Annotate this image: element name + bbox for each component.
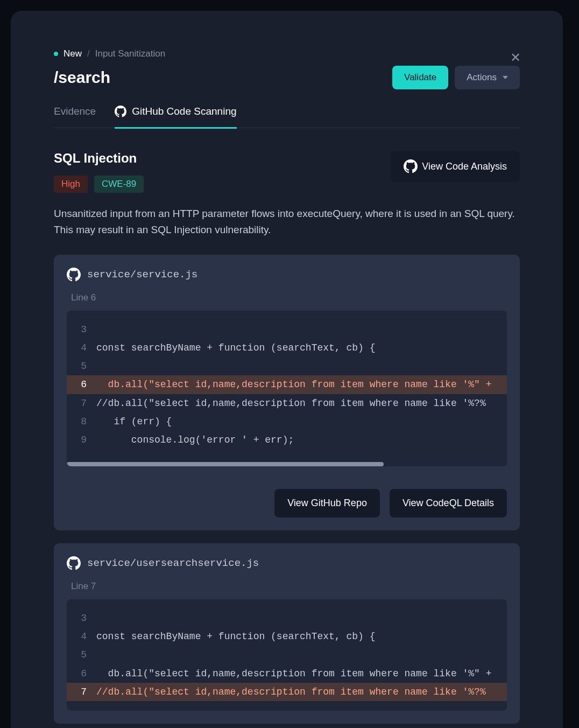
close-button[interactable]: ✕ — [510, 51, 521, 64]
vulnerability-title: SQL Injection — [54, 151, 144, 166]
tab-evidence[interactable]: Evidence — [54, 106, 96, 129]
page-title: /search — [54, 68, 110, 87]
code-line: 3 — [67, 320, 507, 339]
line-content — [96, 646, 507, 664]
code-lines-2: 34const searchByName + function (searchT… — [67, 599, 507, 711]
line-number: 5 — [67, 357, 96, 375]
github-icon — [115, 106, 126, 117]
validate-button[interactable]: Validate — [392, 66, 448, 89]
status-dot-icon — [54, 52, 58, 56]
line-content — [96, 357, 507, 375]
code-filename: service/service.js — [87, 269, 197, 281]
line-number: 4 — [67, 627, 96, 646]
github-icon — [404, 159, 418, 173]
line-content: const searchByName + function (searchTex… — [96, 339, 507, 357]
cwe-badge: CWE-89 — [94, 176, 144, 193]
code-line: 9 console.log('error ' + err); — [67, 431, 507, 449]
tab-evidence-label: Evidence — [54, 106, 96, 117]
severity-badge: High — [54, 176, 88, 193]
line-content: //db.all("select id,name,description fro… — [96, 394, 507, 412]
view-github-repo-button[interactable]: View GitHub Repo — [274, 489, 380, 517]
line-number: 7 — [67, 394, 96, 412]
actions-dropdown-button[interactable]: Actions — [455, 66, 520, 89]
tab-github-scanning[interactable]: GitHub Code Scanning — [115, 106, 236, 129]
view-code-label: View Code Analysis — [422, 161, 507, 172]
code-block: 34const searchByName + function (searchT… — [67, 599, 507, 711]
github-icon — [67, 556, 81, 570]
line-content: console.log('error ' + err); — [96, 431, 507, 449]
code-line: 7//db.all("select id,name,description fr… — [67, 683, 507, 701]
line-number: 8 — [67, 412, 96, 431]
breadcrumb: New / Input Sanitization — [54, 48, 520, 59]
line-number: 3 — [67, 609, 96, 627]
line-content: //db.all("select id,name,description fro… — [96, 683, 507, 701]
line-content — [96, 320, 507, 339]
horizontal-scrollbar[interactable] — [67, 462, 507, 466]
line-content: if (err) { — [96, 412, 507, 431]
line-number: 6 — [67, 664, 96, 683]
line-number: 4 — [67, 339, 96, 357]
code-line: 8 if (err) { — [67, 412, 507, 431]
code-card: service/service.js Line 6 34const search… — [54, 255, 520, 530]
view-code-analysis-button[interactable]: View Code Analysis — [391, 151, 520, 182]
vulnerability-description: Unsanitized input from an HTTP parameter… — [54, 206, 520, 239]
code-line: 7//db.all("select id,name,description fr… — [67, 394, 507, 412]
line-number: 3 — [67, 320, 96, 339]
line-content: db.all("select id,name,description from … — [96, 375, 507, 394]
breadcrumb-separator: / — [87, 48, 90, 59]
github-icon — [67, 268, 81, 282]
line-content — [96, 609, 507, 627]
code-lines-1: 34const searchByName + function (searchT… — [67, 311, 507, 459]
code-card: service/usersearchservice.js Line 7 34co… — [54, 543, 520, 724]
line-content: db.all("select id,name,description from … — [96, 664, 507, 683]
line-number: 5 — [67, 646, 96, 664]
view-codeql-details-button[interactable]: View CodeQL Details — [390, 489, 507, 517]
line-number: 6 — [67, 375, 96, 394]
code-block: 34const searchByName + function (searchT… — [67, 311, 507, 466]
scrollbar-thumb[interactable] — [67, 462, 384, 466]
tabs: Evidence GitHub Code Scanning — [54, 106, 520, 128]
code-line: 5 — [67, 646, 507, 664]
line-number: 7 — [67, 683, 96, 701]
code-line: 5 — [67, 357, 507, 375]
line-label: Line 6 — [71, 292, 507, 303]
code-line: 4const searchByName + function (searchTe… — [67, 627, 507, 646]
tab-github-label: GitHub Code Scanning — [132, 106, 236, 117]
line-label: Line 7 — [71, 581, 507, 592]
line-number: 9 — [67, 431, 96, 449]
status-label: New — [63, 48, 82, 59]
breadcrumb-page: Input Sanitization — [95, 48, 165, 59]
actions-label: Actions — [467, 72, 497, 83]
code-line: 4const searchByName + function (searchTe… — [67, 339, 507, 357]
code-line: 6 db.all("select id,name,description fro… — [67, 664, 507, 683]
code-filename: service/usersearchservice.js — [87, 557, 259, 569]
chevron-down-icon — [503, 76, 508, 79]
code-line: 6 db.all("select id,name,description fro… — [67, 375, 507, 394]
code-line: 3 — [67, 609, 507, 627]
line-content: const searchByName + function (searchTex… — [96, 627, 507, 646]
close-icon: ✕ — [510, 50, 521, 65]
